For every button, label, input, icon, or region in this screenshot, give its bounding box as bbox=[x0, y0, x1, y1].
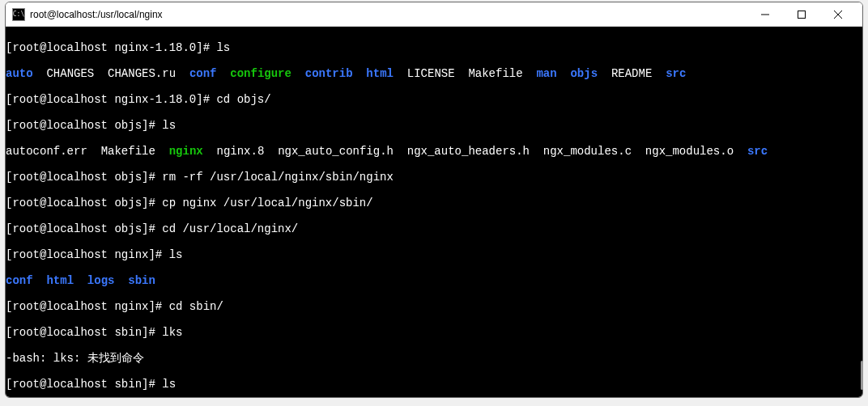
dir-entry: contrib bbox=[305, 67, 353, 80]
scrollbar-thumb[interactable] bbox=[861, 361, 863, 390]
prompt: [root@localhost objs]# bbox=[6, 197, 162, 209]
file-entry: README bbox=[611, 67, 652, 80]
file-entry: CHANGES.ru bbox=[108, 67, 176, 80]
command-text: ls bbox=[169, 248, 183, 261]
file-entry: nginx.8 bbox=[217, 145, 265, 158]
dir-entry: objs bbox=[570, 67, 598, 80]
dir-entry: logs bbox=[87, 274, 115, 287]
file-entry: autoconf.err bbox=[6, 145, 87, 158]
cmd-icon: C:\ bbox=[12, 8, 25, 21]
dir-entry: conf bbox=[6, 274, 33, 287]
prompt: [root@localhost sbin]# bbox=[6, 326, 162, 339]
file-entry: Makefile bbox=[101, 145, 155, 158]
dir-entry: auto bbox=[6, 67, 33, 80]
window-controls bbox=[747, 2, 856, 27]
command-text: ls bbox=[216, 41, 230, 54]
prompt: [root@localhost nginx-1.18.0]# bbox=[6, 41, 216, 54]
close-button[interactable] bbox=[819, 2, 856, 27]
file-entry: LICENSE bbox=[407, 67, 455, 80]
file-entry: CHANGES bbox=[46, 67, 94, 80]
command-text: ls bbox=[162, 378, 176, 391]
command-text: cp nginx /usr/local/nginx/sbin/ bbox=[162, 197, 372, 209]
prompt: [root@localhost sbin]# bbox=[6, 378, 162, 391]
maximize-button[interactable] bbox=[783, 2, 819, 27]
prompt: [root@localhost objs]# bbox=[6, 222, 162, 235]
exec-entry: configure bbox=[230, 67, 291, 80]
svg-rect-1 bbox=[798, 11, 805, 18]
command-text: cd /usr/local/nginx/ bbox=[162, 222, 298, 235]
titlebar: C:\ root@localhost:/usr/local/nginx bbox=[6, 2, 862, 27]
dir-entry: html bbox=[366, 67, 394, 80]
exec-entry: nginx bbox=[169, 145, 203, 158]
prompt: [root@localhost nginx-1.18.0]# bbox=[6, 93, 216, 106]
prompt: [root@localhost nginx]# bbox=[6, 248, 169, 261]
minimize-button[interactable] bbox=[747, 2, 783, 27]
prompt: [root@localhost objs]# bbox=[6, 171, 162, 184]
file-entry: ngx_auto_config.h bbox=[278, 145, 394, 158]
error-text: -bash: lks: 未找到命令 bbox=[6, 352, 144, 365]
terminal-window: C:\ root@localhost:/usr/local/nginx [roo… bbox=[5, 2, 863, 398]
dir-entry: man bbox=[536, 67, 556, 80]
dir-entry: src bbox=[666, 67, 686, 80]
command-text: ls bbox=[162, 119, 176, 132]
command-text: lks bbox=[162, 326, 182, 339]
dir-entry: html bbox=[46, 274, 74, 287]
window-title: root@localhost:/usr/local/nginx bbox=[30, 9, 163, 20]
file-entry: ngx_modules.o bbox=[645, 145, 734, 158]
command-text: rm -rf /usr/local/nginx/sbin/nginx bbox=[162, 171, 394, 184]
prompt: [root@localhost objs]# bbox=[6, 119, 162, 132]
command-text: cd sbin/ bbox=[169, 300, 223, 313]
dir-entry: conf bbox=[189, 67, 217, 80]
command-text: cd objs/ bbox=[216, 93, 270, 106]
dir-entry: sbin bbox=[128, 274, 155, 287]
dir-entry: src bbox=[747, 145, 768, 158]
file-entry: Makefile bbox=[468, 67, 522, 80]
prompt: [root@localhost nginx]# bbox=[6, 300, 169, 313]
file-entry: ngx_modules.c bbox=[543, 145, 632, 158]
terminal-output[interactable]: [root@localhost nginx-1.18.0]# ls auto C… bbox=[6, 27, 862, 397]
file-entry: ngx_auto_headers.h bbox=[407, 145, 530, 158]
